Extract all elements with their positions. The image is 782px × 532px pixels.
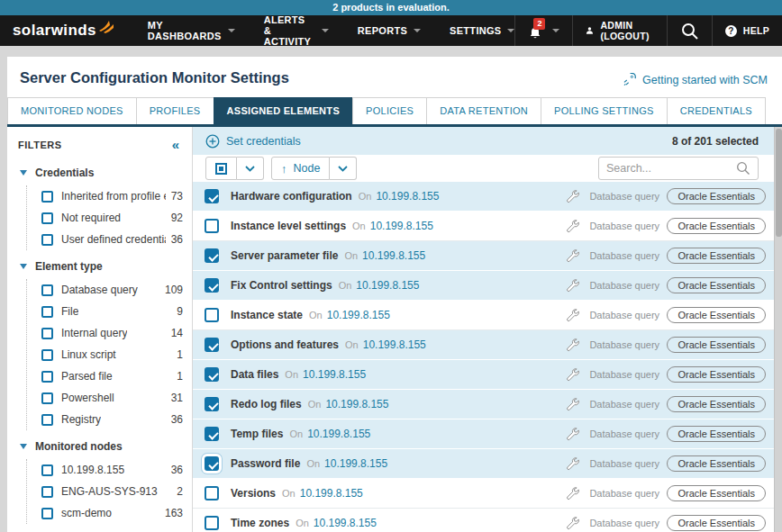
node-link[interactable]: 10.199.8.155 — [324, 457, 387, 470]
element-row[interactable]: Instance state On 10.199.8.155 Database … — [193, 301, 782, 330]
filter-item[interactable]: Database query 109 — [27, 279, 192, 301]
settings-tab[interactable]: CREDENTIALS — [667, 97, 766, 124]
filter-section-header[interactable]: Element type — [7, 254, 192, 279]
filter-checkbox[interactable] — [41, 306, 53, 318]
filter-item[interactable]: Parsed file 1 — [27, 365, 192, 387]
filter-item[interactable]: 10.199.8.155 36 — [27, 459, 192, 481]
element-row[interactable]: Time zones On 10.199.8.155 Database quer… — [193, 509, 782, 532]
filter-item[interactable]: Internal query 14 — [27, 322, 192, 344]
account-button[interactable]: ADMIN (LOGOUT) — [572, 15, 666, 46]
filter-item[interactable]: scm-demo 163 — [27, 502, 192, 524]
getting-started-link[interactable]: Getting started with SCM — [623, 73, 768, 86]
node-link[interactable]: 10.199.8.155 — [325, 398, 388, 410]
help-button[interactable]: ? HELP — [712, 15, 782, 46]
row-checkbox[interactable] — [205, 189, 219, 203]
filter-checkbox[interactable] — [41, 392, 53, 404]
filter-checkbox[interactable] — [41, 234, 53, 246]
row-checkbox[interactable] — [205, 367, 219, 382]
nav-menu-item[interactable]: REPORTS — [358, 25, 421, 36]
vertical-scrollbar[interactable] — [774, 127, 782, 532]
filter-checkbox[interactable] — [41, 508, 53, 519]
filter-checkbox[interactable] — [41, 328, 53, 339]
row-checkbox[interactable] — [205, 248, 219, 263]
settings-tab[interactable]: ASSIGNED ELEMENTS — [214, 97, 354, 124]
filter-item[interactable]: User defined credentials 36 — [27, 229, 192, 250]
node-link[interactable]: 10.199.8.155 — [327, 309, 390, 321]
nav-menu-item[interactable]: MY DASHBOARDS — [148, 20, 235, 41]
settings-tab[interactable]: PROFILES — [136, 97, 214, 124]
row-checkbox[interactable] — [205, 278, 219, 293]
element-row[interactable]: Fix Control settings On 10.199.8.155 Dat… — [193, 271, 782, 301]
profile-pill[interactable]: Oracle Essentials — [667, 366, 766, 383]
sort-by-node-button[interactable]: ↑ Node — [271, 157, 330, 180]
element-row[interactable]: Redo log files On 10.199.8.155 Database … — [193, 390, 782, 419]
filter-item[interactable]: Not required 92 — [27, 207, 192, 229]
profile-pill[interactable]: Oracle Essentials — [667, 426, 766, 442]
node-link[interactable]: 10.199.8.155 — [356, 279, 419, 292]
filter-checkbox[interactable] — [41, 464, 53, 476]
scrollbar-thumb[interactable] — [776, 129, 782, 237]
node-link[interactable]: 10.199.8.155 — [300, 487, 363, 500]
filter-checkbox[interactable] — [41, 284, 53, 296]
node-link[interactable]: 10.199.8.155 — [370, 220, 433, 232]
settings-tab[interactable]: POLICIES — [352, 97, 427, 124]
filter-item[interactable]: File 9 — [27, 301, 192, 322]
filter-checkbox[interactable] — [41, 191, 53, 203]
filter-section-header[interactable]: Credentials — [7, 160, 192, 185]
filter-item[interactable]: Inherited from profile e... 73 — [27, 185, 192, 207]
element-row[interactable]: Temp files On 10.199.8.155 Database quer… — [193, 419, 782, 449]
profile-pill[interactable]: Oracle Essentials — [667, 248, 766, 264]
nav-menu-item[interactable]: ALERTS & ACTIVITY — [264, 14, 329, 47]
filter-item[interactable]: Registry 36 — [27, 409, 192, 430]
element-row[interactable]: Versions On 10.199.8.155 Database query … — [193, 479, 782, 509]
filter-item[interactable]: ENG-AUS-SYS-913 2 — [27, 481, 192, 502]
settings-tab[interactable]: MONITORED NODES — [7, 97, 137, 124]
node-link[interactable]: 10.199.8.155 — [307, 428, 370, 440]
row-checkbox[interactable] — [205, 219, 219, 233]
settings-tab[interactable]: DATA RETENTION — [426, 97, 541, 124]
settings-tab[interactable]: POLLING SETTINGS — [541, 97, 668, 124]
row-checkbox[interactable] — [205, 427, 219, 441]
profile-pill[interactable]: Oracle Essentials — [667, 188, 766, 204]
filter-item[interactable]: Linux script 1 — [27, 344, 192, 365]
profile-pill[interactable]: Oracle Essentials — [667, 396, 766, 412]
profile-pill[interactable]: Oracle Essentials — [667, 515, 766, 531]
select-all-button[interactable] — [205, 157, 237, 180]
row-checkbox[interactable] — [205, 456, 219, 471]
row-checkbox[interactable] — [205, 338, 219, 352]
collapse-sidebar-icon[interactable]: « — [172, 138, 179, 151]
filter-checkbox[interactable] — [41, 349, 53, 361]
notifications-button[interactable]: 2 — [514, 15, 572, 46]
filter-checkbox[interactable] — [41, 212, 53, 224]
node-link[interactable]: 10.199.8.155 — [362, 249, 425, 262]
solarwinds-logo[interactable]: solarwinds — [0, 15, 115, 46]
filter-checkbox[interactable] — [41, 414, 53, 426]
profile-pill[interactable]: Oracle Essentials — [667, 218, 766, 234]
profile-pill[interactable]: Oracle Essentials — [667, 337, 766, 353]
profile-pill[interactable]: Oracle Essentials — [667, 485, 766, 501]
set-credentials-button[interactable]: Set credentials — [205, 134, 301, 149]
element-row[interactable]: Hardware configuration On 10.199.8.155 D… — [193, 182, 782, 212]
select-dropdown-button[interactable] — [237, 157, 264, 180]
profile-pill[interactable]: Oracle Essentials — [667, 455, 766, 472]
element-row[interactable]: Password file On 10.199.8.155 Database q… — [193, 449, 782, 479]
row-checkbox[interactable] — [205, 308, 219, 322]
filter-item[interactable]: Powershell 31 — [27, 387, 192, 409]
node-link[interactable]: 10.199.8.155 — [376, 190, 439, 203]
row-checkbox[interactable] — [205, 397, 219, 411]
element-row[interactable]: Server parameter file On 10.199.8.155 Da… — [193, 241, 782, 271]
filter-checkbox[interactable] — [41, 371, 53, 383]
row-checkbox[interactable] — [205, 516, 219, 530]
node-link[interactable]: 10.199.8.155 — [363, 338, 426, 351]
nav-menu-item[interactable]: SETTINGS — [450, 25, 514, 36]
element-row[interactable]: Data files On 10.199.8.155 Database quer… — [193, 360, 782, 390]
nav-search-button[interactable] — [667, 15, 712, 46]
profile-pill[interactable]: Oracle Essentials — [667, 307, 766, 323]
sort-dropdown-button[interactable] — [330, 157, 357, 180]
node-link[interactable]: 10.199.8.155 — [314, 517, 377, 529]
filter-section-header[interactable]: Monitored nodes — [7, 434, 192, 459]
row-checkbox[interactable] — [205, 486, 219, 500]
filter-section-header[interactable]: Problems — [7, 527, 192, 532]
element-row[interactable]: Instance level settings On 10.199.8.155 … — [193, 212, 782, 241]
element-row[interactable]: Options and features On 10.199.8.155 Dat… — [193, 330, 782, 360]
